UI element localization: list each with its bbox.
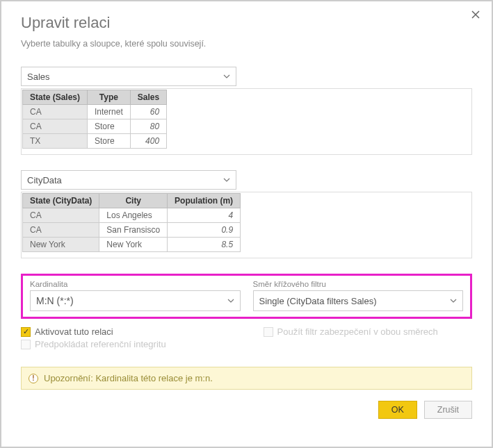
table-row: TX Store 400 [23,134,167,149]
table-a-col0: State (Sales) [23,90,88,105]
dialog-title: Upravit relaci [21,14,472,32]
highlight-box: Kardinalita M:N (*:*) Směr křížového fil… [21,274,472,319]
table-a-select[interactable]: Sales [21,67,236,86]
close-button[interactable] [471,10,480,19]
checkbox-icon [21,340,31,349]
ok-button[interactable]: OK [378,401,417,419]
dialog-subtitle: Vyberte tabulky a sloupce, které spolu s… [21,39,472,49]
table-a-col1: Type [88,90,131,105]
table-row: CA Los Angeles 4 [23,208,241,223]
chevron-down-icon [450,299,457,303]
checkbox-area: ✓ Aktivovat tuto relaci Předpokládat ref… [21,324,472,351]
table-a-preview: State (Sales) Type Sales CA Internet 60 … [21,88,472,155]
table-b-name: CityData [27,175,62,185]
crossfilter-value: Single (CityData filters Sales) [259,296,377,306]
table-row: CA Internet 60 [23,105,167,119]
table-a-col2: Sales [130,90,166,105]
table-a-name: Sales [27,72,50,82]
warning-text: Upozornění: Kardinalita této relace je m… [44,373,213,383]
checkbox-icon: ✓ [21,327,31,337]
table-b-preview: State (CityData) City Population (m) CA … [21,192,472,258]
security-both-checkbox: Použít filtr zabezpečení v obou směrech [264,326,473,337]
dialog-window: Upravit relaci Vyberte tabulky a sloupce… [0,0,493,448]
cancel-button[interactable]: Zrušit [424,401,472,419]
cardinality-select[interactable]: M:N (*:*) [30,290,241,311]
table-b-col2: Population (m) [168,194,241,208]
warning-icon: ! [29,374,38,383]
activate-relation-label: Aktivovat tuto relaci [35,326,113,337]
activate-relation-checkbox[interactable]: ✓ Aktivovat tuto relaci [21,326,230,337]
crossfilter-label: Směr křížového filtru [253,280,464,288]
security-both-label: Použít filtr zabezpečení v obou směrech [277,326,438,337]
cardinality-value: M:N (*:*) [36,295,74,306]
table-row: New York New York 8.5 [23,238,241,252]
referential-integrity-checkbox: Předpokládat referenční integritu [21,339,230,349]
checkbox-icon [264,327,273,337]
referential-integrity-label: Předpokládat referenční integritu [35,339,166,349]
dialog-footer: OK Zrušit [21,401,472,419]
crossfilter-select[interactable]: Single (CityData filters Sales) [253,290,464,311]
chevron-down-icon [227,299,234,303]
table-b-select[interactable]: CityData [21,170,236,190]
table-b-col1: City [99,194,168,208]
cardinality-label: Kardinalita [30,280,241,288]
table-row: CA San Fransisco 0.9 [23,223,241,238]
table-b-header-row: State (CityData) City Population (m) [23,194,241,208]
warning-banner: ! Upozornění: Kardinalita této relace je… [21,367,472,390]
chevron-down-icon [223,74,230,78]
table-b-col0: State (CityData) [23,194,99,208]
table-a-header-row: State (Sales) Type Sales [23,90,167,105]
chevron-down-icon [223,178,230,182]
table-row: CA Store 80 [23,119,167,134]
